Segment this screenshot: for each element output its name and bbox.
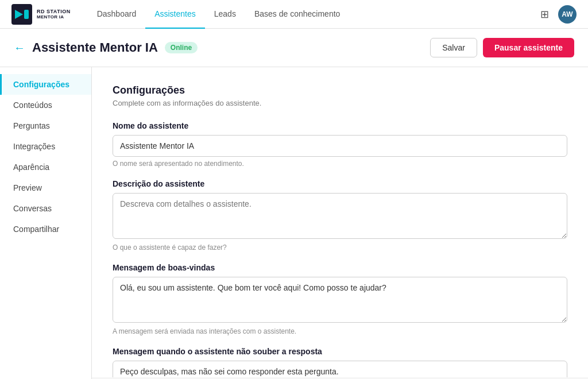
- section-subtitle: Complete com as informações do assistent…: [113, 99, 567, 107]
- field-label-fallback: Mensagem quando o assistente não souber …: [113, 347, 567, 356]
- header-actions: Salvar Pausar assistente: [430, 38, 574, 57]
- content-area: Configurações Conteúdos Perguntas Integr…: [0, 67, 588, 379]
- page-title: Assistente Mentor IA: [32, 40, 158, 55]
- nav-bases[interactable]: Bases de conhecimento: [245, 0, 349, 29]
- field-hint-description: O que o assistente é capaz de fazer?: [113, 243, 567, 252]
- sidebar-item-compartilhar[interactable]: Compartilhar: [0, 219, 91, 239]
- sidebar-item-perguntas[interactable]: Perguntas: [0, 115, 91, 136]
- field-group-welcome: Mensagem de boas-vindas Olá, eu sou um a…: [113, 263, 567, 335]
- pause-assistant-button[interactable]: Pausar assistente: [483, 38, 574, 57]
- logo-text: RD STATION MENTOR IA: [37, 9, 71, 20]
- field-hint-welcome: A mensagem será enviada nas interações c…: [113, 327, 567, 335]
- nav-dashboard[interactable]: Dashboard: [88, 0, 146, 29]
- page-header-left: ← Assistente Mentor IA Online: [14, 40, 198, 55]
- section-title: Configurações: [113, 84, 567, 96]
- sidebar-item-aparencia[interactable]: Aparência: [0, 157, 91, 177]
- welcome-message-input[interactable]: Olá, eu sou um assistente. Que bom ter v…: [113, 277, 567, 323]
- back-arrow[interactable]: ←: [14, 41, 25, 55]
- grid-icon[interactable]: ⊞: [540, 8, 549, 21]
- status-badge: Online: [165, 42, 198, 53]
- sidebar: Configurações Conteúdos Perguntas Integr…: [0, 67, 92, 379]
- assistant-name-input[interactable]: [113, 135, 567, 157]
- rd-station-logo-icon: [11, 4, 32, 25]
- field-label-description: Descrição do assistente: [113, 179, 567, 188]
- main-content: Configurações Complete com as informaçõe…: [92, 67, 588, 377]
- logo: RD STATION MENTOR IA: [11, 4, 71, 25]
- nav-right: ⊞ AW: [540, 5, 577, 24]
- page-container: ← Assistente Mentor IA Online Salvar Pau…: [0, 29, 588, 379]
- avatar[interactable]: AW: [558, 5, 577, 24]
- field-label-name: Nome do assistente: [113, 121, 567, 130]
- field-group-fallback: Mensagem quando o assistente não souber …: [113, 347, 567, 377]
- nav-links: Dashboard Assistentes Leads Bases de con…: [88, 0, 540, 29]
- field-group-name: Nome do assistente O nome será apresenta…: [113, 121, 567, 168]
- assistant-description-input[interactable]: [113, 193, 567, 239]
- fallback-message-input[interactable]: Peço desculpas, mas não sei como respond…: [113, 361, 567, 377]
- field-label-welcome: Mensagem de boas-vindas: [113, 263, 567, 272]
- top-nav: RD STATION MENTOR IA Dashboard Assistent…: [0, 0, 588, 29]
- svg-rect-2: [24, 10, 29, 19]
- field-group-description: Descrição do assistente O que o assisten…: [113, 179, 567, 252]
- sidebar-item-conversas[interactable]: Conversas: [0, 198, 91, 219]
- field-hint-name: O nome será apresentado no atendimento.: [113, 160, 567, 168]
- save-button[interactable]: Salvar: [430, 38, 477, 57]
- nav-leads[interactable]: Leads: [205, 0, 245, 29]
- sidebar-item-integracoes[interactable]: Integrações: [0, 136, 91, 157]
- page-header: ← Assistente Mentor IA Online Salvar Pau…: [0, 29, 588, 67]
- sidebar-item-configuracoes[interactable]: Configurações: [0, 74, 91, 95]
- nav-assistentes[interactable]: Assistentes: [145, 0, 205, 29]
- sidebar-item-preview[interactable]: Preview: [0, 177, 91, 198]
- sidebar-item-conteudos[interactable]: Conteúdos: [0, 95, 91, 115]
